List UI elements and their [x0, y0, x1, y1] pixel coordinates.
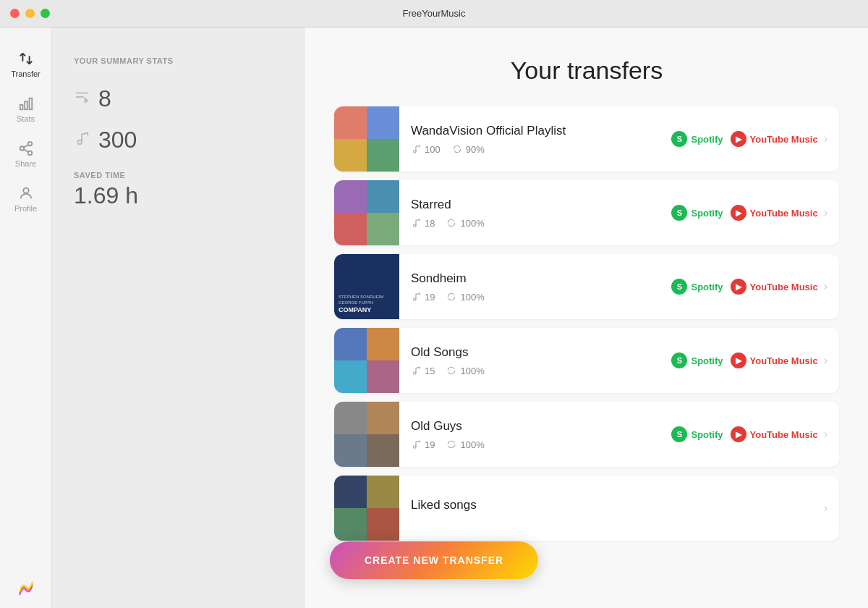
ytmusic-icon: ▶ [731, 131, 746, 147]
sync-meta: 100% [446, 366, 484, 376]
share-icon [18, 140, 34, 156]
svg-rect-2 [29, 98, 32, 110]
sidebar-transfer-label: Transfer [11, 69, 41, 78]
thumb-cell [367, 508, 399, 541]
transfer-name: Old Guys [411, 419, 660, 434]
thumb-cell [367, 213, 399, 245]
svg-point-8 [23, 188, 28, 193]
spotify-badge: S Spotify [671, 131, 723, 147]
songs-meta: 19 [411, 292, 435, 303]
songs-count: 300 [98, 127, 137, 153]
transfer-name: Starred [411, 198, 660, 212]
spotify-icon: S [671, 426, 687, 442]
sidebar-item-profile[interactable]: Profile [0, 177, 51, 221]
transfer-item-sondheim[interactable]: STEPHEN SONDHEIMGEORGE FURTHCOMPANY Sond… [334, 254, 839, 319]
app-title: FreeYourMusic [403, 8, 466, 19]
thumb-cell [367, 360, 399, 393]
transfer-item-wandavision[interactable]: WandaVision Official Playlist 100 90% [334, 106, 839, 172]
transfer-item-likedsongs[interactable]: Liked songs › [334, 476, 839, 541]
spotify-icon: S [671, 279, 687, 295]
transfer-info: Old Songs 15 100% [399, 337, 671, 385]
create-transfer-button[interactable]: CREATE NEW TRANSFER [330, 541, 538, 579]
transfer-item-oldsongs[interactable]: Old Songs 15 100% S [334, 328, 839, 393]
svg-point-3 [27, 142, 32, 146]
song-count: 15 [425, 366, 435, 376]
profile-icon [18, 185, 34, 201]
thumb-cell [367, 180, 399, 213]
sync-pct: 100% [460, 292, 484, 303]
sync-pct: 100% [460, 439, 484, 450]
transfer-info: Old Guys 19 100% [399, 410, 671, 459]
transfer-item-starred[interactable]: Starred 18 100% S [334, 180, 839, 245]
transfer-list: WandaVision Official Playlist 100 90% [334, 106, 839, 541]
sidebar-item-share[interactable]: Share [0, 132, 51, 177]
maximize-button[interactable] [41, 9, 50, 18]
ytmusic-label: YouTube Music [750, 355, 818, 366]
transfer-services: S Spotify ▶ YouTube Music [671, 279, 817, 295]
spotify-badge: S Spotify [671, 279, 723, 295]
thumb-cell [334, 508, 367, 541]
sidebar-share-label: Share [15, 159, 36, 168]
wandavision-thumbnail [334, 106, 399, 172]
transfer-info: Starred 18 100% [399, 189, 671, 237]
ytmusic-icon: ▶ [731, 205, 746, 221]
spotify-label: Spotify [691, 134, 723, 145]
transfer-item-oldguys[interactable]: Old Guys 19 100% S [334, 402, 839, 467]
ytmusic-label: YouTube Music [750, 429, 818, 440]
playlist-icon [74, 89, 90, 109]
stats-icon [18, 96, 34, 111]
transfer-services: S Spotify ▶ YouTube Music [671, 205, 817, 221]
thumb-cell [367, 402, 399, 434]
chevron-right-icon: › [824, 428, 827, 441]
ytmusic-icon: ▶ [731, 352, 746, 368]
ytmusic-badge: ▶ YouTube Music [731, 131, 818, 147]
thumb-cell [334, 328, 367, 360]
minimize-button[interactable] [25, 9, 35, 18]
sync-icon [446, 218, 456, 228]
ytmusic-label: YouTube Music [750, 282, 818, 292]
thumb-cell [367, 328, 399, 360]
sidebar-item-transfer[interactable]: Transfer [0, 42, 51, 87]
songs-icon [74, 130, 90, 150]
song-count: 19 [425, 292, 435, 303]
app-logo [0, 580, 51, 596]
transfer-meta: 19 100% [411, 439, 660, 450]
oldguys-thumbnail [334, 402, 399, 467]
sidebar: Transfer Stats Share [0, 28, 52, 608]
songs-meta: 15 [411, 366, 435, 376]
logo-icon [18, 580, 34, 596]
transfer-icon [18, 51, 34, 67]
thumb-cell [334, 106, 367, 139]
transfer-services: S Spotify ▶ YouTube Music [671, 131, 817, 147]
thumb-cell [334, 476, 367, 508]
thumb-cell [334, 402, 367, 434]
sondheim-thumbnail: STEPHEN SONDHEIMGEORGE FURTHCOMPANY [334, 254, 399, 319]
thumb-cell [334, 213, 367, 245]
spotify-badge: S Spotify [671, 352, 723, 368]
sync-pct: 100% [460, 366, 484, 376]
oldsongs-thumbnail [334, 328, 399, 393]
svg-line-6 [23, 149, 27, 152]
ytmusic-badge: ▶ YouTube Music [731, 426, 818, 442]
svg-rect-1 [25, 101, 27, 109]
stats-panel: YOUR SUMMARY STATS 8 300 SAVED TIME [52, 28, 305, 608]
window-controls[interactable] [10, 9, 50, 18]
sync-icon [446, 292, 456, 302]
app-body: Transfer Stats Share [0, 28, 868, 608]
thumb-cell [334, 434, 367, 467]
ytmusic-label: YouTube Music [750, 208, 818, 219]
song-count: 19 [425, 439, 435, 450]
sync-icon [446, 366, 456, 376]
thumb-cell [367, 106, 399, 139]
saved-time-section: SAVED TIME 1.69 h [74, 171, 284, 209]
likedsongs-thumbnail [334, 476, 399, 541]
chevron-right-icon: › [824, 280, 827, 293]
chevron-right-icon: › [824, 132, 827, 145]
page-title: Your transfers [334, 56, 839, 85]
sync-pct: 90% [466, 144, 485, 155]
close-button[interactable] [10, 9, 20, 18]
spotify-badge: S Spotify [671, 426, 723, 442]
sidebar-item-stats[interactable]: Stats [0, 87, 51, 132]
svg-point-4 [20, 146, 24, 151]
ytmusic-icon: ▶ [731, 279, 746, 295]
